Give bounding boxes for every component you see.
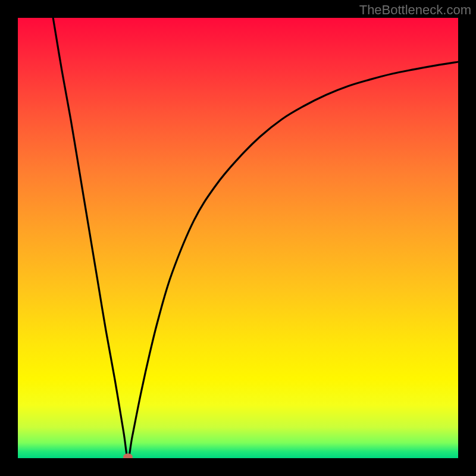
plot-area bbox=[18, 18, 458, 458]
watermark-text: TheBottleneck.com bbox=[359, 2, 471, 18]
chart-svg bbox=[18, 18, 458, 458]
chart-frame: TheBottleneck.com bbox=[0, 0, 476, 476]
gradient-rect bbox=[18, 18, 458, 458]
